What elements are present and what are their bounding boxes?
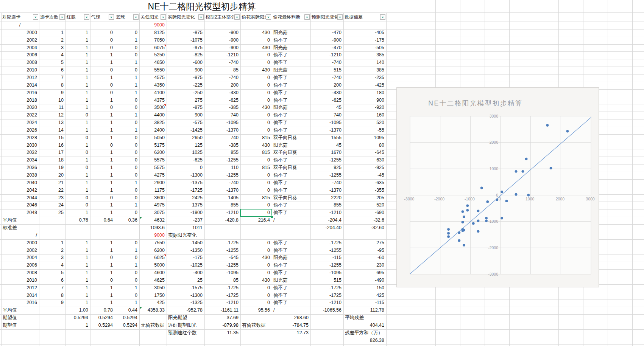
cell[interactable]: 10 — [39, 97, 65, 104]
cell[interactable]: 2650 — [167, 134, 204, 142]
cell[interactable]: 1 — [65, 179, 90, 187]
cell[interactable]: -1210 — [310, 51, 343, 59]
cell[interactable]: 1 — [65, 172, 90, 179]
cell[interactable]: 阳光菇 — [272, 277, 310, 284]
cell[interactable]: -1075 — [167, 37, 204, 44]
filter-dropdown-icon-card[interactable] — [33, 14, 38, 20]
cell[interactable]: 0 — [240, 239, 272, 247]
cell[interactable]: 425 — [343, 292, 386, 299]
cell[interactable]: 45 — [310, 104, 343, 112]
cell[interactable]: 1 — [65, 157, 90, 164]
cell[interactable]: 125 — [167, 142, 204, 149]
cell[interactable]: 3600 — [139, 194, 167, 202]
cell[interactable]: 140 — [343, 59, 386, 67]
cell[interactable]: 阳光菇 — [272, 44, 310, 52]
cell[interactable]: 200 — [204, 82, 240, 89]
filter-dropdown-icon-red-eye[interactable] — [84, 14, 89, 20]
cell[interactable]: 9000 — [139, 22, 167, 29]
cell[interactable]: -1025 — [167, 262, 204, 269]
cell[interactable]: 1 — [90, 292, 115, 299]
cell[interactable]: 5050 — [139, 134, 167, 142]
cell[interactable]: 21 — [39, 179, 65, 187]
cell[interactable]: 1 — [65, 59, 90, 67]
cell[interactable]: -385 — [204, 104, 240, 112]
cell[interactable]: 0 — [240, 112, 272, 119]
cell[interactable]: 1011 — [167, 224, 204, 232]
cell[interactable]: 7 — [39, 74, 65, 82]
cell[interactable]: 5 — [39, 269, 65, 277]
cell[interactable]: 815 — [240, 194, 272, 202]
cell[interactable]: 0 — [240, 89, 272, 97]
cell[interactable]: 9 — [39, 299, 65, 307]
cell[interactable]: 695 — [343, 269, 386, 277]
cell[interactable]: 偷不了 — [272, 262, 310, 269]
cell[interactable]: 4358.33 — [139, 307, 167, 314]
cell[interactable]: 2046 — [1, 202, 39, 209]
cell[interactable]: 4100 — [139, 89, 167, 97]
cell[interactable]: 0.5294 — [65, 314, 90, 322]
cell[interactable]: 0 — [240, 187, 272, 194]
cell[interactable]: -250 — [167, 89, 204, 97]
cell[interactable]: 8 — [39, 292, 65, 299]
cell[interactable]: 1 — [115, 299, 139, 307]
cell[interactable]: / — [1, 22, 39, 29]
cell[interactable]: 6025 — [139, 254, 167, 262]
cell[interactable]: 0 — [240, 269, 272, 277]
cell[interactable]: 0 — [65, 112, 90, 119]
cell[interactable]: -1725 — [310, 239, 343, 247]
cell[interactable]: 150 — [343, 284, 386, 292]
cell[interactable]: -237 — [167, 217, 204, 224]
cell[interactable]: 1 — [65, 254, 90, 262]
cell[interactable]: -1425 — [167, 127, 204, 134]
cell[interactable]: 0 — [90, 254, 115, 262]
cell[interactable]: 180 — [343, 89, 386, 97]
cell[interactable]: -875 — [167, 104, 204, 112]
cell[interactable]: -225 — [167, 82, 204, 89]
cell[interactable]: 1 — [90, 59, 115, 67]
cell[interactable]: 0 — [65, 164, 90, 172]
cell[interactable]: -740 — [204, 74, 240, 82]
cell[interactable]: 1 — [39, 239, 65, 247]
cell[interactable]: 2018 — [1, 97, 39, 104]
cell[interactable]: 0 — [240, 292, 272, 299]
cell[interactable]: -740 — [310, 59, 343, 67]
cell[interactable]: 740 — [204, 134, 240, 142]
cell[interactable]: -1350 — [167, 247, 204, 254]
cell[interactable]: 25 — [39, 209, 65, 217]
cell[interactable]: 偷不了 — [272, 119, 310, 127]
cell[interactable]: 85 — [204, 277, 240, 284]
cell[interactable]: 23 — [39, 194, 65, 202]
cell[interactable]: 4375 — [139, 97, 167, 104]
cell[interactable]: 1 — [65, 119, 90, 127]
cell[interactable]: 275 — [343, 239, 386, 247]
cell[interactable]: 0 — [90, 37, 115, 44]
cell[interactable]: 404.41 — [343, 322, 386, 329]
cell[interactable]: 期望值 — [1, 314, 39, 322]
cell[interactable]: -1725 — [204, 284, 240, 292]
cell[interactable]: 0 — [240, 299, 272, 307]
cell[interactable]: 5575 — [139, 164, 167, 172]
cell[interactable]: 0 — [90, 277, 115, 284]
cell[interactable]: 0.5294 — [90, 314, 115, 322]
cell[interactable]: -430 — [310, 89, 343, 97]
cell[interactable]: 6075 — [139, 44, 167, 52]
cell[interactable]: -900 — [204, 44, 240, 52]
cell[interactable]: -600 — [167, 59, 204, 67]
cell[interactable]: -1210 — [310, 299, 343, 307]
cell[interactable]: 阳光期望 — [167, 314, 204, 322]
cell[interactable]: -545 — [204, 254, 240, 262]
cell[interactable]: 阳光菇 — [272, 67, 310, 74]
cell[interactable]: -1095 — [204, 119, 240, 127]
cell[interactable]: 0 — [240, 119, 272, 127]
cell[interactable]: 2425 — [167, 194, 204, 202]
cell[interactable]: 16 — [39, 142, 65, 149]
cell[interactable]: -1255 — [204, 262, 240, 269]
cell[interactable]: 0 — [115, 134, 139, 142]
cell[interactable]: -575 — [167, 119, 204, 127]
cell[interactable]: -1255 — [310, 172, 343, 179]
cell[interactable]: -175 — [167, 254, 204, 262]
cell[interactable]: 5550 — [139, 67, 167, 74]
cell[interactable]: -1161.11 — [204, 307, 240, 314]
cell[interactable]: 0 — [115, 292, 139, 299]
cell[interactable]: -470 — [310, 29, 343, 37]
